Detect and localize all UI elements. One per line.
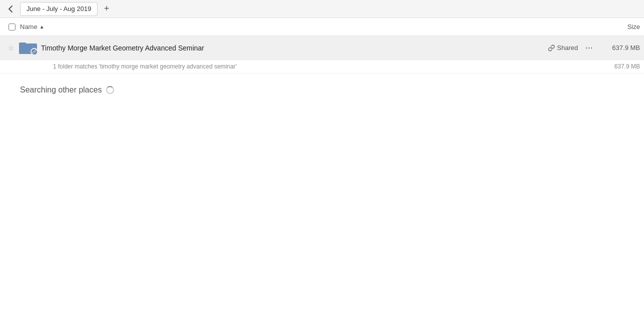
sort-arrow-icon: ▲ xyxy=(40,24,44,30)
select-all-checkbox-col xyxy=(4,24,20,30)
shared-badge: Shared xyxy=(548,44,578,52)
file-row[interactable]: ☆ Timothy Morge Market Geometry Advanced… xyxy=(0,36,644,60)
searching-label: Searching other places xyxy=(20,86,102,94)
select-all-checkbox[interactable] xyxy=(8,24,16,30)
name-column-label: Name xyxy=(20,23,38,30)
more-options-button[interactable]: ··· xyxy=(582,41,596,55)
file-name: Timothy Morge Market Geometry Advanced S… xyxy=(38,44,548,52)
tab-label: June - July - Aug 2019 xyxy=(26,5,91,12)
star-col: ☆ xyxy=(4,44,18,52)
file-icon-col xyxy=(18,40,38,56)
match-info-row: 1 folder matches 'timothy morge market g… xyxy=(0,60,644,74)
file-size-text: 637.9 MB xyxy=(612,44,640,52)
size-column-label: Size xyxy=(628,23,640,30)
svg-rect-1 xyxy=(19,42,26,46)
link-badge xyxy=(30,48,38,56)
link-shared-icon xyxy=(548,44,555,52)
match-info-text: 1 folder matches 'timothy morge market g… xyxy=(53,63,236,70)
match-info-size: 637.9 MB xyxy=(614,63,640,70)
top-bar: June - July - Aug 2019 + xyxy=(0,0,644,18)
more-icon: ··· xyxy=(585,42,592,53)
file-name-text: Timothy Morge Market Geometry Advanced S… xyxy=(41,44,204,52)
column-header: Name ▲ Size xyxy=(0,18,644,36)
file-size: 637.9 MB xyxy=(600,44,640,52)
back-icon xyxy=(7,5,15,13)
add-tab-button[interactable]: + xyxy=(100,2,114,16)
star-icon[interactable]: ☆ xyxy=(8,44,14,52)
back-button[interactable] xyxy=(4,2,18,16)
searching-section: Searching other places xyxy=(0,74,644,106)
folder-link-icon xyxy=(19,40,37,56)
link-icon xyxy=(32,50,36,54)
name-column-header[interactable]: Name ▲ xyxy=(20,23,600,30)
loading-spinner xyxy=(106,86,114,94)
add-tab-icon: + xyxy=(104,4,110,14)
shared-label: Shared xyxy=(557,44,578,52)
current-tab[interactable]: June - July - Aug 2019 xyxy=(20,2,98,16)
size-column-header[interactable]: Size xyxy=(600,23,640,30)
